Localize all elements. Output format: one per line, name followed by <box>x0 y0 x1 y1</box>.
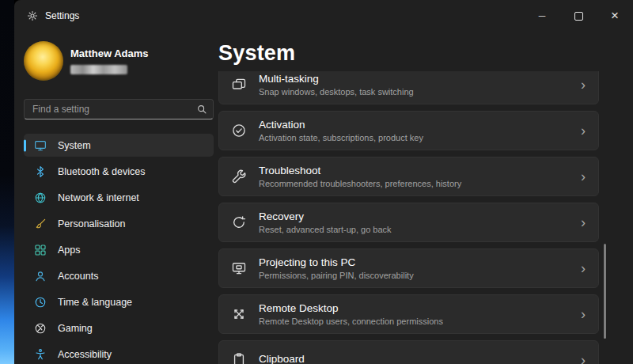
maximize-icon <box>574 12 583 21</box>
wrench-icon <box>230 169 247 184</box>
accessibility-icon <box>33 348 47 361</box>
monitor-icon <box>33 139 47 152</box>
close-button[interactable]: × <box>597 0 633 32</box>
apps-grid-icon <box>33 244 47 256</box>
settings-gear-icon <box>27 10 38 21</box>
card-subtitle: Snap windows, desktops, task switching <box>259 87 414 97</box>
search-input[interactable] <box>24 99 214 119</box>
sidebar-item-accessibility[interactable]: Accessibility <box>24 343 214 364</box>
sidebar-item-gaming[interactable]: Gaming <box>24 317 214 339</box>
sidebar-item-label: Gaming <box>58 323 93 334</box>
minimize-icon: ─ <box>539 10 546 21</box>
chevron-right-icon: › <box>581 307 586 321</box>
chevron-right-icon: › <box>581 169 586 184</box>
main-content: System Multi-tasking Snap windows, deskt… <box>218 32 633 364</box>
card-title: Recovery <box>259 210 392 222</box>
settings-window: Settings ─ × Matthew Adams <box>14 0 633 364</box>
sidebar-item-label: Network & internet <box>58 192 139 203</box>
search-icon[interactable] <box>196 104 207 115</box>
card-title: Projecting to this PC <box>259 256 414 268</box>
sidebar-item-personalisation[interactable]: Personalisation <box>24 212 214 235</box>
card-title: Multi-tasking <box>259 73 414 85</box>
projecting-icon <box>230 260 247 276</box>
sidebar-item-label: Time & language <box>58 297 132 308</box>
card-subtitle: Recommended troubleshooters, preferences… <box>259 179 461 188</box>
card-multi-tasking[interactable]: Multi-tasking Snap windows, desktops, ta… <box>218 71 599 104</box>
card-subtitle: Remote Desktop users, connection permiss… <box>259 317 443 326</box>
card-subtitle: Reset, advanced start-up, go back <box>259 225 392 234</box>
chevron-right-icon: › <box>581 123 586 138</box>
selected-indicator <box>24 139 26 151</box>
sidebar-item-label: Bluetooth & devices <box>58 166 146 177</box>
sidebar-item-label: Apps <box>58 245 81 256</box>
scrollbar-thumb[interactable] <box>604 244 606 339</box>
sidebar-item-accounts[interactable]: Accounts <box>24 264 214 287</box>
bluetooth-icon <box>33 165 47 178</box>
page-title: System <box>218 41 295 66</box>
user-name: Matthew Adams <box>70 47 148 59</box>
paintbrush-icon <box>33 218 47 230</box>
card-title: Troubleshoot <box>259 165 461 176</box>
chevron-right-icon: › <box>581 261 586 275</box>
sidebar-item-label: System <box>58 140 91 151</box>
clock-icon <box>33 296 47 309</box>
user-email-redacted <box>70 65 127 74</box>
desktop-wallpaper-strip <box>0 0 14 364</box>
chevron-right-icon: › <box>581 78 586 92</box>
card-remote-desktop[interactable]: Remote Desktop Remote Desktop users, con… <box>218 294 599 334</box>
close-icon: × <box>611 8 619 24</box>
sidebar-item-time-language[interactable]: Time & language <box>24 290 214 313</box>
clipboard-icon <box>230 352 247 364</box>
person-icon <box>33 270 47 282</box>
card-title: Remote Desktop <box>259 302 443 314</box>
sidebar-item-label: Accessibility <box>58 349 112 360</box>
user-profile: Matthew Adams <box>24 41 214 81</box>
sidebar-item-label: Personalisation <box>58 218 125 229</box>
card-projecting-to-this-pc[interactable]: Projecting to this PC Permissions, pairi… <box>218 248 599 288</box>
sidebar: Matthew Adams <box>14 32 223 364</box>
card-activation[interactable]: Activation Activation state, subscriptio… <box>218 111 599 150</box>
multitask-icon <box>230 77 247 93</box>
sidebar-item-label: Accounts <box>58 271 98 282</box>
minimize-button[interactable]: ─ <box>524 0 560 32</box>
activation-check-icon <box>230 123 247 138</box>
chevron-right-icon: › <box>581 353 586 364</box>
window-controls: ─ × <box>524 0 633 32</box>
sidebar-item-network[interactable]: Network & internet <box>24 186 214 209</box>
globe-icon <box>33 191 47 204</box>
chevron-right-icon: › <box>581 215 586 229</box>
search-box <box>24 99 214 119</box>
card-title: Clipboard <box>259 353 305 364</box>
window-title: Settings <box>45 10 79 21</box>
settings-card-list: Multi-tasking Snap windows, desktops, ta… <box>218 71 599 364</box>
titlebar[interactable]: Settings ─ × <box>14 0 633 32</box>
maximize-button[interactable] <box>560 0 597 32</box>
avatar <box>24 41 63 81</box>
card-title: Activation <box>259 119 423 131</box>
recovery-arrow-icon <box>230 214 247 230</box>
sidebar-nav: System Bluetooth & devices <box>24 134 214 364</box>
card-troubleshoot[interactable]: Troubleshoot Recommended troubleshooters… <box>218 157 599 196</box>
remote-desktop-icon <box>230 306 247 322</box>
sidebar-item-system[interactable]: System <box>24 134 214 157</box>
sidebar-item-bluetooth[interactable]: Bluetooth & devices <box>24 160 214 183</box>
card-recovery[interactable]: Recovery Reset, advanced start-up, go ba… <box>218 203 599 242</box>
card-clipboard[interactable]: Clipboard › <box>218 340 599 364</box>
sidebar-item-apps[interactable]: Apps <box>24 238 214 261</box>
card-subtitle: Permissions, pairing PIN, discoverabilit… <box>259 271 414 280</box>
card-subtitle: Activation state, subscriptions, product… <box>259 133 423 142</box>
xbox-icon <box>33 322 47 335</box>
screen: Settings ─ × Matthew Adams <box>0 0 633 364</box>
